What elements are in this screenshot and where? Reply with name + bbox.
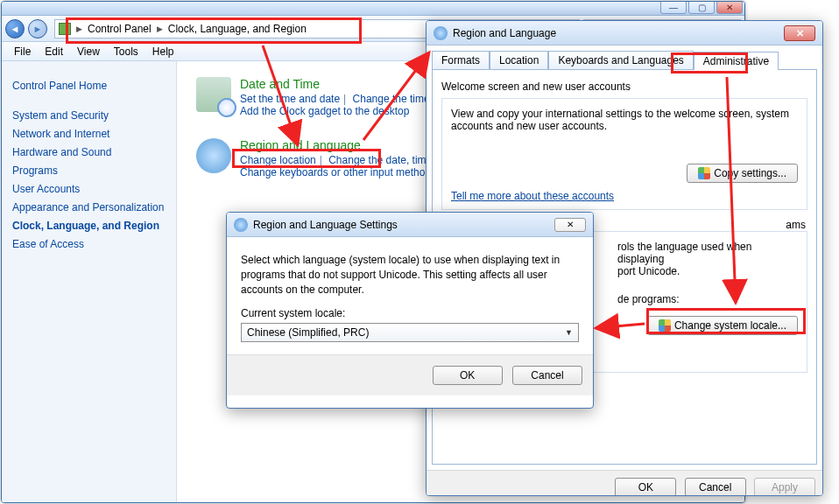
link-clock-gadget[interactable]: Add the Clock gadget to the desktop bbox=[240, 105, 409, 117]
group-welcome-title: Welcome screen and new user accounts bbox=[441, 80, 807, 93]
chevron-right-icon: ▶ bbox=[74, 24, 84, 33]
globe-icon bbox=[234, 218, 248, 232]
control-panel-icon bbox=[59, 23, 71, 35]
sidebar-item-network[interactable]: Network and Internet bbox=[12, 128, 166, 140]
sidebar-item-users[interactable]: User Accounts bbox=[12, 183, 166, 195]
chevron-right-icon: ▶ bbox=[155, 24, 165, 33]
group-welcome-desc: View and copy your international setting… bbox=[451, 108, 798, 132]
sidebar-item-system[interactable]: System and Security bbox=[12, 109, 166, 122]
close-button[interactable]: ✕ bbox=[716, 1, 743, 14]
date-time-title[interactable]: Date and Time bbox=[240, 77, 455, 91]
dialog-title: Region and Language bbox=[453, 27, 784, 39]
menu-edit[interactable]: Edit bbox=[38, 44, 70, 60]
ok-button[interactable]: OK bbox=[615, 478, 676, 496]
breadcrumb-leaf[interactable]: Clock, Language, and Region bbox=[165, 23, 310, 35]
dialog-footer: OK Cancel Apply bbox=[427, 470, 822, 496]
back-button[interactable]: ◄ bbox=[5, 19, 25, 38]
dialog-footer: OK Cancel bbox=[227, 354, 593, 396]
group-nonunicode-label: de programs: bbox=[617, 293, 798, 305]
dialog-titlebar: Region and Language Settings ✕ bbox=[227, 213, 593, 237]
tab-administrative[interactable]: Administrative bbox=[694, 52, 779, 70]
region-language-icon bbox=[196, 138, 231, 173]
dialog-titlebar: Region and Language ✕ bbox=[427, 21, 822, 46]
forward-button[interactable]: ► bbox=[28, 19, 47, 38]
locale-settings-dialog: Region and Language Settings ✕ Select wh… bbox=[226, 212, 594, 409]
sidebar-item-hardware[interactable]: Hardware and Sound bbox=[12, 146, 166, 158]
locale-label: Current system locale: bbox=[241, 307, 579, 319]
close-button[interactable]: ✕ bbox=[554, 218, 586, 232]
sidebar: Control Panel Home System and Security N… bbox=[2, 61, 177, 502]
sidebar-item-ease[interactable]: Ease of Access bbox=[12, 238, 166, 250]
tab-formats[interactable]: Formats bbox=[432, 51, 490, 69]
menu-help[interactable]: Help bbox=[145, 44, 181, 60]
dialog-title: Region and Language Settings bbox=[253, 219, 554, 231]
ok-button[interactable]: OK bbox=[433, 366, 503, 385]
tab-location[interactable]: Location bbox=[490, 51, 548, 69]
cancel-button[interactable]: Cancel bbox=[685, 478, 746, 496]
menu-file[interactable]: File bbox=[7, 44, 38, 60]
group-nonunicode-desc1: rols the language used when displaying bbox=[617, 241, 798, 265]
sidebar-home[interactable]: Control Panel Home bbox=[12, 80, 166, 92]
sidebar-item-programs[interactable]: Programs bbox=[12, 164, 166, 177]
apply-button[interactable]: Apply bbox=[754, 478, 815, 496]
sidebar-item-appearance[interactable]: Appearance and Personalization bbox=[12, 201, 166, 214]
minimize-button[interactable]: — bbox=[660, 1, 687, 14]
group-welcome: View and copy your international setting… bbox=[441, 98, 807, 210]
close-button[interactable]: ✕ bbox=[784, 25, 815, 41]
system-locale-value: Chinese (Simplified, PRC) bbox=[247, 326, 369, 339]
titlebar: — ▢ ✕ bbox=[2, 2, 744, 16]
date-time-icon bbox=[196, 77, 231, 112]
tab-row: Formats Location Keyboards and Languages… bbox=[427, 46, 822, 69]
copy-settings-button[interactable]: Copy settings... bbox=[687, 164, 798, 183]
change-system-locale-button[interactable]: Change system locale... bbox=[647, 316, 798, 335]
system-locale-dropdown[interactable]: Chinese (Simplified, PRC) ▼ bbox=[241, 323, 579, 342]
menu-view[interactable]: View bbox=[70, 44, 107, 60]
tab-keyboards[interactable]: Keyboards and Languages bbox=[548, 51, 693, 69]
link-change-keyboards[interactable]: Change keyboards or other input methods bbox=[240, 166, 436, 178]
link-set-time[interactable]: Set the time and date bbox=[240, 93, 340, 105]
cancel-button[interactable]: Cancel bbox=[512, 366, 582, 385]
sidebar-item-clock[interactable]: Clock, Language, and Region bbox=[12, 220, 166, 232]
menu-tools[interactable]: Tools bbox=[107, 44, 145, 60]
tell-me-more-link[interactable]: Tell me more about these accounts bbox=[451, 190, 614, 202]
locale-desc: Select which language (system locale) to… bbox=[241, 253, 579, 297]
shield-icon bbox=[659, 319, 671, 332]
dialog-body: Select which language (system locale) to… bbox=[227, 237, 593, 354]
breadcrumb-root[interactable]: Control Panel bbox=[84, 23, 155, 35]
chevron-down-icon: ▼ bbox=[565, 328, 573, 337]
shield-icon bbox=[698, 167, 710, 179]
link-change-location[interactable]: Change location bbox=[240, 154, 316, 166]
group-nonunicode-desc2: port Unicode. bbox=[617, 265, 798, 277]
globe-icon bbox=[434, 26, 448, 40]
group-nonunicode-title-frag: ams bbox=[786, 219, 806, 231]
maximize-button[interactable]: ▢ bbox=[688, 1, 715, 14]
